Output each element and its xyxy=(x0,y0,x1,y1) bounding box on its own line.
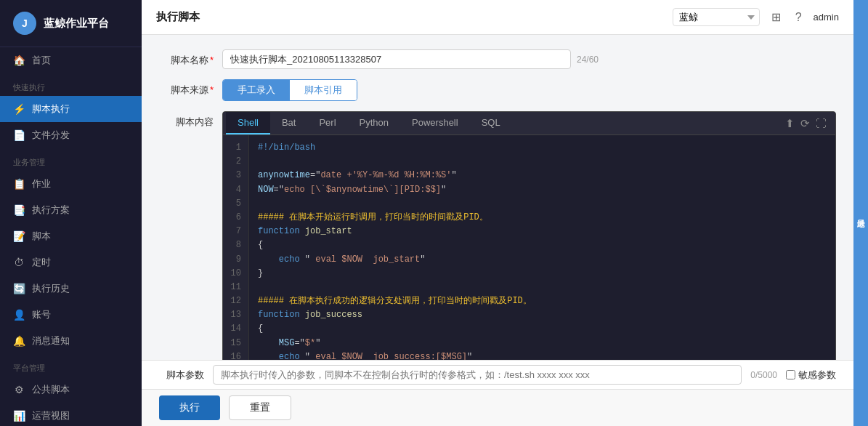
script-icon: 📝 xyxy=(13,230,25,242)
sidebar-logo: J 蓝鲸作业平台 xyxy=(0,0,142,47)
app-title: 蓝鲸作业平台 xyxy=(44,17,109,31)
tab-shell[interactable]: Shell xyxy=(226,112,270,134)
sidebar-item-file-dist[interactable]: 📄 文件分发 xyxy=(0,122,142,148)
tab-bat[interactable]: Bat xyxy=(270,112,308,134)
script-editor: Shell Bat Perl Python Powershell SQL ⬆ ⟳… xyxy=(222,111,836,360)
main-content: 执行脚本 蓝鲸 ⊞ ? admin 脚本名称 24/60 脚本来源 手工录入 xyxy=(142,0,853,426)
fullscreen-icon[interactable]: ⛶ xyxy=(816,117,827,130)
sidebar-item-public-script[interactable]: ⚙ 公共脚本 xyxy=(0,377,142,403)
editor-toolbar: ⬆ ⟳ ⛶ xyxy=(779,117,832,130)
right-panel[interactable]: 最近结果 xyxy=(853,0,868,426)
script-source-label: 脚本来源 xyxy=(159,79,214,97)
sidebar-item-account[interactable]: 👤 账号 xyxy=(0,302,142,328)
help-btn[interactable]: ? xyxy=(792,8,805,27)
params-bar: 脚本参数 0/5000 敏感参数 xyxy=(142,360,853,389)
params-input[interactable] xyxy=(213,365,742,385)
tab-powershell[interactable]: Powershell xyxy=(400,112,470,134)
reset-button[interactable]: 重置 xyxy=(229,395,291,420)
line-numbers: 12345 678910 1112131415 1617181920 21222… xyxy=(223,135,249,360)
timer-icon: ⏱ xyxy=(13,257,25,268)
sidebar-item-timer[interactable]: ⏱ 定时 xyxy=(0,249,142,276)
script-name-row: 脚本名称 24/60 xyxy=(159,49,836,69)
history-icon: 🔄 xyxy=(13,283,25,294)
sidebar-item-exec-plan[interactable]: 📑 执行方案 xyxy=(0,197,142,223)
sidebar-item-script-exec[interactable]: ⚡ 脚本执行 xyxy=(0,96,142,122)
params-count: 0/5000 xyxy=(750,370,777,380)
sensitive-checkbox[interactable] xyxy=(786,370,795,379)
sensitive-wrap: 敏感参数 xyxy=(786,369,836,382)
sidebar-history-label: 执行历史 xyxy=(32,282,70,295)
script-name-input[interactable] xyxy=(222,49,571,69)
lightning-icon: ⚡ xyxy=(13,103,25,115)
sidebar-home-label: 首页 xyxy=(32,54,51,67)
tab-sql[interactable]: SQL xyxy=(470,112,512,134)
editor-tab-bar: Shell Bat Perl Python Powershell SQL ⬆ ⟳… xyxy=(223,112,835,135)
upload-icon[interactable]: ⬆ xyxy=(785,117,795,130)
home-icon: 🏠 xyxy=(13,55,25,66)
account-icon: 👤 xyxy=(13,309,25,321)
page-title: 执行脚本 xyxy=(156,10,200,24)
sidebar-job-label: 作业 xyxy=(32,177,51,190)
topbar: 执行脚本 蓝鲸 ⊞ ? admin xyxy=(142,0,853,35)
sidebar-exec-plan-label: 执行方案 xyxy=(32,204,70,217)
params-label: 脚本参数 xyxy=(159,369,204,382)
content-area: 脚本名称 24/60 脚本来源 手工录入 脚本引用 脚本内容 Shell xyxy=(142,35,853,360)
script-name-count: 24/60 xyxy=(577,55,599,65)
plan-icon: 📑 xyxy=(13,204,25,216)
sidebar-section-platform: 平台管理 xyxy=(0,354,142,377)
sidebar-item-notify[interactable]: 🔔 消息通知 xyxy=(0,328,142,354)
job-icon: 📋 xyxy=(13,178,25,190)
notify-icon: 🔔 xyxy=(13,335,25,347)
tab-perl[interactable]: Perl xyxy=(307,112,347,134)
file-icon: 📄 xyxy=(13,129,25,141)
sidebar-item-job[interactable]: 📋 作业 xyxy=(0,171,142,197)
code-area[interactable]: 12345 678910 1112131415 1617181920 21222… xyxy=(223,135,835,360)
sidebar-item-ops-view[interactable]: 📊 运营视图 xyxy=(0,403,142,426)
sidebar-notify-label: 消息通知 xyxy=(32,334,70,347)
sidebar-file-dist-label: 文件分发 xyxy=(32,129,70,142)
script-content-section: 脚本内容 Shell Bat Perl Python Powershell SQ… xyxy=(159,111,836,360)
public-script-icon: ⚙ xyxy=(13,384,25,395)
source-ref-btn[interactable]: 脚本引用 xyxy=(290,80,357,100)
env-select[interactable]: 蓝鲸 xyxy=(673,8,760,26)
execute-button[interactable]: 执行 xyxy=(159,395,220,420)
user-name: admin xyxy=(814,12,839,23)
code-editor-content[interactable]: #!/bin/bash anynowtime="date +'%Y-%m-%d … xyxy=(249,135,835,360)
sidebar-timer-label: 定时 xyxy=(32,256,51,269)
script-content-label: 脚本内容 xyxy=(159,111,214,129)
logo-icon: J xyxy=(13,12,36,35)
action-bar: 执行 重置 xyxy=(142,389,853,426)
sidebar-script-exec-label: 脚本执行 xyxy=(32,103,70,116)
tab-python[interactable]: Python xyxy=(348,112,400,134)
screen-btn[interactable]: ⊞ xyxy=(768,7,784,27)
source-manual-btn[interactable]: 手工录入 xyxy=(223,80,290,100)
script-name-wrap: 24/60 xyxy=(222,49,836,69)
sidebar-script-label: 脚本 xyxy=(32,230,51,243)
script-source-row: 脚本来源 手工录入 脚本引用 xyxy=(159,79,836,101)
sidebar-account-label: 账号 xyxy=(32,308,51,321)
sidebar-item-home[interactable]: 🏠 首页 xyxy=(0,47,142,73)
sidebar-section-biz: 业务管理 xyxy=(0,148,142,171)
ops-icon: 📊 xyxy=(13,410,25,422)
script-source-wrap: 手工录入 脚本引用 xyxy=(222,79,836,101)
sidebar-item-script[interactable]: 📝 脚本 xyxy=(0,223,142,249)
topbar-right: 蓝鲸 ⊞ ? admin xyxy=(673,7,839,27)
sidebar-ops-label: 运营视图 xyxy=(32,409,70,422)
sidebar: J 蓝鲸作业平台 🏠 首页 快速执行 ⚡ 脚本执行 📄 文件分发 业务管理 📋 … xyxy=(0,0,142,426)
sensitive-label: 敏感参数 xyxy=(798,369,836,382)
refresh-icon[interactable]: ⟳ xyxy=(800,117,810,130)
source-btn-group: 手工录入 脚本引用 xyxy=(222,79,357,101)
sidebar-section-quick: 快速执行 xyxy=(0,73,142,96)
script-name-label: 脚本名称 xyxy=(159,49,214,67)
sidebar-public-script-label: 公共脚本 xyxy=(32,383,70,396)
sidebar-item-exec-history[interactable]: 🔄 执行历史 xyxy=(0,276,142,302)
